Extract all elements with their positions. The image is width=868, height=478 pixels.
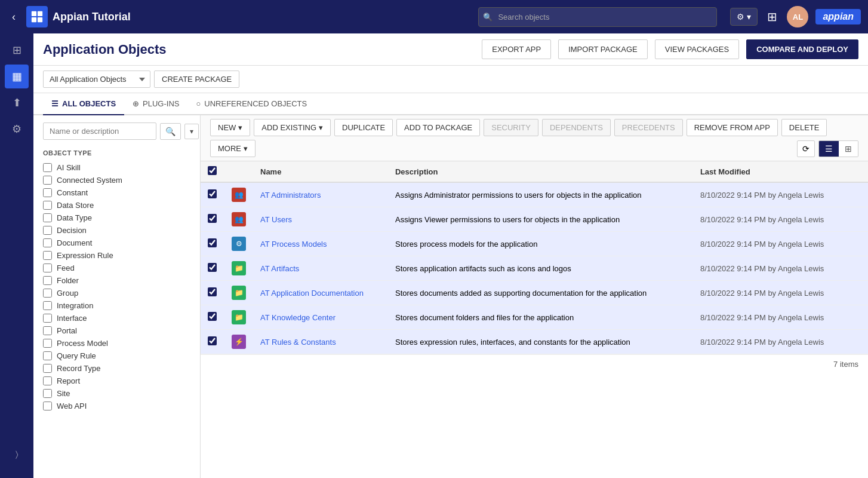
filter-checkbox-report[interactable] [43,376,52,385]
compare-deploy-button[interactable]: COMPARE AND DEPLOY [746,39,858,59]
sidebar-icon-deploy[interactable]: ⬆ [5,91,29,115]
detail-view-button[interactable]: ⊞ [839,141,858,157]
filter-checkbox-constant[interactable] [43,188,52,197]
row-checkbox[interactable] [208,312,217,321]
filter-item-interface[interactable]: Interface [43,312,190,324]
view-packages-button[interactable]: VIEW PACKAGES [655,39,739,59]
table-row[interactable]: 📁AT Application DocumentationStores docu… [201,281,868,305]
row-checkbox[interactable] [208,189,217,198]
row-checkbox[interactable] [208,336,217,345]
table-row[interactable]: ⚡AT Rules & ConstantsStores expression r… [201,330,868,354]
filter-item-integration[interactable]: Integration [43,299,190,312]
filter-name-input[interactable] [43,122,156,140]
filter-options-button[interactable]: ▾ [184,124,199,139]
filter-checkbox-data_type[interactable] [43,213,52,222]
filter-checkbox-interface[interactable] [43,314,52,323]
filter-item-connected_system[interactable]: Connected System [43,174,190,186]
filter-checkbox-connected_system[interactable] [43,176,52,185]
object-name-link[interactable]: AT Administrators [260,191,321,200]
filter-item-report[interactable]: Report [43,375,190,387]
list-view-button[interactable]: ☰ [819,141,839,157]
table-row[interactable]: ⚙AT Process ModelsStores process models … [201,232,868,256]
search-input[interactable] [478,7,717,27]
create-package-button[interactable]: CREATE PACKAGE [154,71,239,88]
filter-checkbox-data_store[interactable] [43,201,52,210]
tab-all-objects[interactable]: ☰ ALL OBJECTS [43,93,124,115]
filter-label-group: Group [57,289,78,298]
delete-button[interactable]: DELETE [781,119,827,136]
row-checkbox[interactable] [208,214,217,223]
object-name-link[interactable]: AT Rules & Constants [260,338,336,347]
filter-checkbox-record_type[interactable] [43,364,52,373]
filter-checkbox-portal[interactable] [43,326,52,335]
filter-checkbox-site[interactable] [43,389,52,398]
row-checkbox[interactable] [208,287,217,296]
object-name-link[interactable]: AT Knowledge Center [260,313,335,322]
filter-item-record_type[interactable]: Record Type [43,362,190,375]
new-button[interactable]: NEW ▾ [210,119,250,136]
tab-plugins[interactable]: ⊕ PLUG-INS [124,93,187,115]
object-name-link[interactable]: AT Users [260,215,292,224]
table-row[interactable]: 👥AT UsersAssigns Viewer permissions to u… [201,207,868,232]
table-row[interactable]: 📁AT ArtifactsStores application artifact… [201,256,868,281]
filter-item-folder[interactable]: Folder [43,274,190,287]
filter-item-portal[interactable]: Portal [43,324,190,337]
row-checkbox[interactable] [208,263,217,272]
filter-item-feed[interactable]: Feed [43,262,190,274]
grid-menu-button[interactable]: ⊞ [762,7,782,26]
sidebar-icon-home[interactable]: ⊞ [5,38,29,62]
filter-checkbox-document[interactable] [43,238,52,247]
refresh-button[interactable]: ⟳ [797,140,815,157]
filter-checkbox-feed[interactable] [43,263,52,272]
filter-item-expression_rule[interactable]: Expression Rule [43,249,190,262]
remove-from-app-button[interactable]: REMOVE FROM APP [687,119,778,136]
filter-search-button[interactable]: 🔍 [160,123,181,140]
row-checkbox[interactable] [208,238,217,247]
avatar[interactable]: AL [787,6,808,27]
filter-checkbox-integration[interactable] [43,301,52,310]
select-all-checkbox[interactable] [208,166,217,175]
object-type-filter-dropdown[interactable]: All Application Objects [43,71,150,88]
settings-button[interactable]: ⚙ ▾ [730,8,758,26]
tab-unreferenced[interactable]: ○ UNREFERENCED OBJECTS [187,93,315,115]
sidebar-expand-button[interactable]: 〉 [5,442,29,466]
sidebar-icon-apps[interactable]: ▦ [5,65,29,88]
add-to-package-button[interactable]: ADD TO PACKAGE [396,119,480,136]
filter-checkbox-group[interactable] [43,289,52,298]
add-existing-dropdown-icon: ▾ [319,123,323,132]
filter-item-site[interactable]: Site [43,387,190,400]
filter-item-process_model[interactable]: Process Model [43,337,190,350]
table-row[interactable]: 👥AT AdministratorsAssigns Administrator … [201,182,868,207]
back-button[interactable]: ‹ [7,8,20,26]
filter-checkbox-decision[interactable] [43,226,52,235]
duplicate-button[interactable]: DUPLICATE [334,119,393,136]
filter-checkbox-query_rule[interactable] [43,351,52,360]
object-name-link[interactable]: AT Process Models [260,240,327,249]
precedents-button[interactable]: PRECEDENTS [614,119,683,136]
filter-checkbox-folder[interactable] [43,276,52,285]
table-row[interactable]: 📁AT Knowledge CenterStores document fold… [201,305,868,330]
filter-item-constant[interactable]: Constant [43,186,190,199]
import-package-button[interactable]: IMPORT PACKAGE [558,39,648,59]
filter-item-document[interactable]: Document [43,237,190,249]
object-name-link[interactable]: AT Artifacts [260,264,299,273]
filter-item-data_type[interactable]: Data Type [43,212,190,224]
object-name-link[interactable]: AT Application Documentation [260,289,364,298]
add-existing-button[interactable]: ADD EXISTING ▾ [254,119,331,136]
dependents-button[interactable]: DEPENDENTS [542,119,611,136]
security-button[interactable]: SECURITY [484,119,538,136]
filter-checkbox-process_model[interactable] [43,339,52,348]
filter-item-web_api[interactable]: Web API [43,400,190,412]
more-button[interactable]: MORE ▾ [210,140,256,157]
sidebar-icon-monitor[interactable]: ⚙ [5,117,29,141]
filter-item-data_store[interactable]: Data Store [43,199,190,212]
export-app-button[interactable]: EXPORT APP [482,39,551,59]
filter-item-decision[interactable]: Decision [43,224,190,237]
filter-checkbox-web_api[interactable] [43,402,52,410]
filter-item-ai_skill[interactable]: AI Skill [43,161,190,174]
filter-label-decision: Decision [57,226,87,235]
filter-checkbox-ai_skill[interactable] [43,163,52,172]
filter-checkbox-expression_rule[interactable] [43,251,52,260]
filter-item-group[interactable]: Group [43,287,190,299]
filter-item-query_rule[interactable]: Query Rule [43,350,190,362]
